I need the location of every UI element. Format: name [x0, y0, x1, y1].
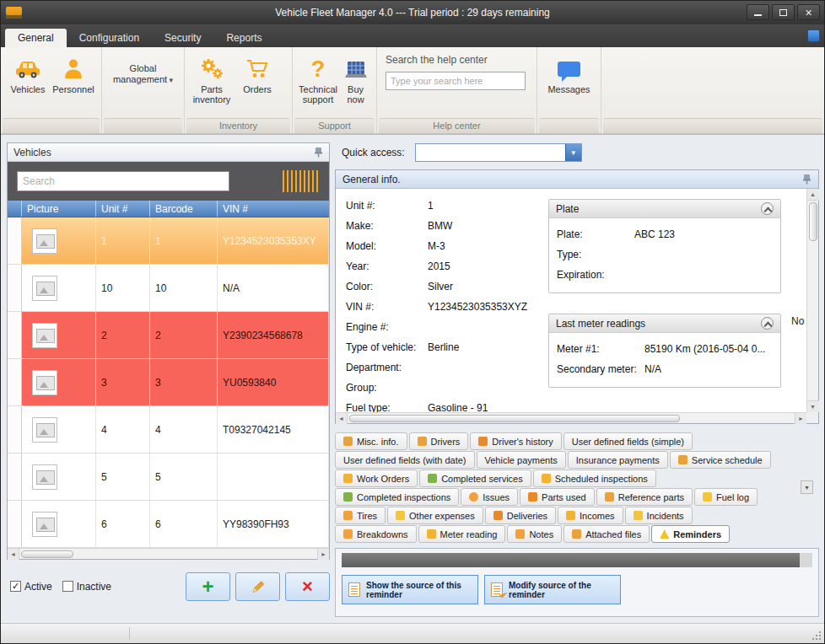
scroll-right-icon[interactable]: ► [317, 549, 329, 560]
tab-completed-inspections[interactable]: Completed inspections [335, 488, 459, 506]
row-selector[interactable] [8, 406, 22, 453]
scroll-down-icon[interactable]: ▼ [807, 400, 819, 412]
tab-label: Deliveries [507, 511, 547, 521]
chevron-down-icon[interactable]: ▼ [565, 144, 581, 161]
table-row[interactable]: 33YU0593840 [8, 359, 329, 406]
table-row[interactable]: 22Y2390234568678 [8, 312, 329, 359]
collapse-icon[interactable] [761, 317, 774, 330]
close-button[interactable]: × [797, 4, 820, 20]
tabs-scroll-down-button[interactable]: ▼ [801, 480, 813, 494]
row-selector[interactable] [8, 265, 22, 311]
minimize-button[interactable] [747, 4, 769, 20]
inactive-checkbox[interactable] [62, 581, 73, 592]
work-orders-icon [343, 474, 353, 483]
tab-issues[interactable]: Issues [461, 488, 518, 506]
buy-now-button[interactable]: Buy now [339, 51, 372, 105]
unit-cell: 3 [96, 359, 150, 405]
help-search-input[interactable] [386, 72, 526, 90]
scroll-left-icon[interactable]: ◄ [336, 413, 348, 424]
tab-scheduled-inspections[interactable]: Scheduled inspections [533, 470, 656, 487]
quick-access-input[interactable] [416, 144, 565, 161]
tab-notes[interactable]: Notes [507, 525, 562, 543]
column-header-vin[interactable]: VIN # [218, 201, 329, 217]
vin-cell: Y2390234568678 [218, 312, 329, 358]
tab-reference-parts[interactable]: Reference parts [596, 488, 693, 506]
scrollbar-thumb[interactable] [349, 415, 680, 422]
delete-vehicle-button[interactable]: × [285, 572, 330, 601]
row-selector[interactable] [8, 312, 22, 358]
pin-icon[interactable] [314, 147, 323, 158]
tab-tires[interactable]: Tires [335, 507, 386, 524]
scroll-left-icon[interactable]: ◄ [8, 549, 19, 560]
tab-reminders[interactable]: Reminders [651, 525, 730, 543]
scroll-right-icon[interactable]: ► [795, 413, 806, 424]
tab-label: Completed inspections [357, 492, 450, 502]
row-selector[interactable] [8, 359, 22, 405]
row-selector[interactable] [8, 453, 22, 500]
modify-reminder-source-button[interactable]: Modify source of the reminder [484, 575, 621, 604]
column-header-picture[interactable]: Picture [22, 201, 96, 217]
pin-icon[interactable] [802, 174, 812, 185]
maximize-button[interactable] [772, 4, 795, 20]
collapse-icon[interactable] [761, 202, 774, 215]
scrollbar-thumb[interactable] [809, 202, 817, 241]
tab-other-expenses[interactable]: Other expenses [387, 507, 483, 524]
tab-user-defined-fields-simple[interactable]: User defined fields (simple) [563, 432, 693, 450]
global-management-button[interactable]: Global management [107, 63, 180, 86]
column-header-unit[interactable]: Unit # [96, 201, 150, 217]
tab-insurance-payments[interactable]: Insurance payments [568, 451, 668, 469]
table-row[interactable]: 55 [8, 453, 329, 501]
general-info-horizontal-scrollbar[interactable]: ◄ ► [336, 412, 806, 423]
tab-fuel-log[interactable]: Fuel log [694, 488, 758, 506]
orders-button[interactable]: Orders [235, 51, 280, 94]
tab-breakdowns[interactable]: Breakdowns [335, 525, 417, 543]
tab-configuration[interactable]: Configuration [67, 29, 152, 47]
tab-label: Tires [357, 511, 377, 521]
add-vehicle-button[interactable]: + [186, 572, 230, 601]
active-checkbox[interactable]: ✓ [10, 581, 21, 592]
theme-button[interactable] [807, 30, 820, 42]
tab-meter-reading[interactable]: Meter reading [418, 525, 506, 543]
vehicles-horizontal-scrollbar[interactable]: ◄ ► [8, 548, 329, 559]
tab-work-orders[interactable]: Work Orders [335, 470, 418, 487]
messages-button[interactable]: Messages [544, 51, 595, 94]
show-reminder-source-button[interactable]: Show the source of this reminder [342, 575, 478, 604]
tab-reports[interactable]: Reports [213, 29, 274, 47]
vehicles-button[interactable]: Vehicles [5, 51, 51, 94]
row-selector[interactable] [8, 501, 22, 547]
scroll-up-icon[interactable]: ▲ [807, 189, 819, 201]
tab-misc-info[interactable]: Misc. info. [335, 432, 407, 450]
barcode-icon[interactable] [283, 170, 320, 192]
tab-deliveries[interactable]: Deliveries [485, 507, 556, 524]
scrollbar-thumb[interactable] [21, 550, 73, 558]
search-input[interactable] [17, 171, 229, 191]
field-label: Type: [557, 249, 634, 260]
tab-service-schedule[interactable]: Service schedule [670, 451, 771, 469]
edit-vehicle-button[interactable] [235, 572, 280, 601]
general-info-vertical-scrollbar[interactable]: ▲ ▼ [806, 189, 818, 412]
tab-user-defined-fields-with-date[interactable]: User defined fields (with date) [335, 451, 475, 469]
tab-incomes[interactable]: Incomes [558, 507, 623, 524]
parts-inventory-button[interactable]: Parts inventory [189, 51, 235, 105]
column-header-barcode[interactable]: Barcode [150, 201, 218, 217]
tab-security[interactable]: Security [152, 29, 213, 47]
table-row[interactable]: 44T09327042145 [8, 406, 329, 453]
tab-parts-used[interactable]: Parts used [520, 488, 595, 506]
personnel-button[interactable]: Personnel [51, 51, 96, 94]
tab-completed-services[interactable]: Completed services [419, 470, 531, 487]
tab-vehicle-payments[interactable]: Vehicle payments [477, 451, 566, 469]
tab-driver-s-history[interactable]: Driver's history [470, 432, 561, 450]
tab-label: Reference parts [618, 492, 684, 502]
row-selector[interactable] [8, 217, 22, 264]
tab-general[interactable]: General [5, 29, 67, 47]
quick-access-combobox[interactable]: ▼ [415, 143, 582, 162]
tab-incidents[interactable]: Incidents [625, 507, 693, 524]
vin-cell: N/A [218, 265, 329, 311]
technical-support-button[interactable]: ? Technical support [297, 51, 339, 105]
resize-grip[interactable] [812, 631, 822, 641]
tab-drivers[interactable]: Drivers [409, 432, 469, 450]
tab-attached-files[interactable]: Attached files [563, 525, 650, 543]
table-row[interactable]: 1010N/A [8, 265, 329, 312]
table-row[interactable]: 11Y1234523035353XY [8, 217, 329, 265]
table-row[interactable]: 66YY98390FH93 [8, 501, 329, 548]
